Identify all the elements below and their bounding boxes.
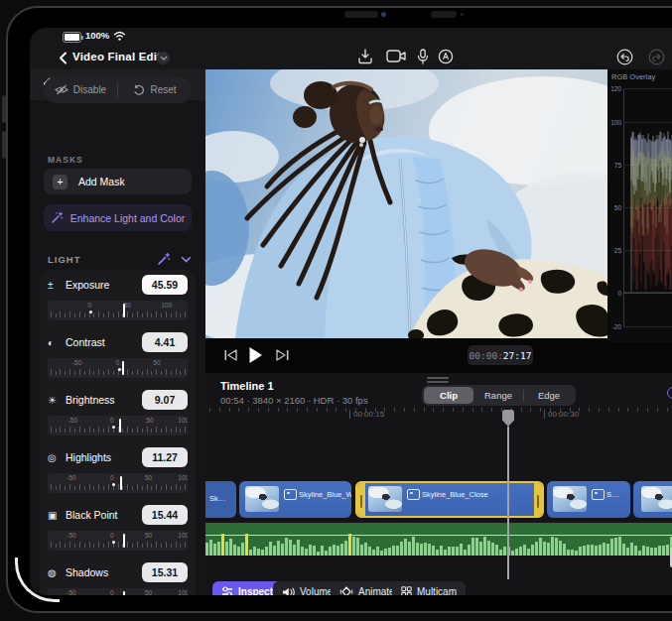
waveform-bar bbox=[583, 546, 586, 556]
ruler-tick-label: -50 bbox=[68, 417, 77, 424]
origin-dot bbox=[118, 368, 121, 371]
waveform-bar bbox=[591, 545, 594, 556]
clip-partial-right[interactable] bbox=[633, 481, 672, 518]
ruler-tick bbox=[618, 408, 619, 412]
previous-frame-icon[interactable] bbox=[224, 349, 237, 361]
tick bbox=[132, 486, 133, 490]
slider-thumb[interactable] bbox=[123, 304, 125, 317]
timeline-ruler[interactable]: 00:00:15 00:00:30 bbox=[205, 408, 672, 425]
mic-dot bbox=[461, 13, 464, 16]
trim-handle-left[interactable] bbox=[357, 483, 365, 516]
volume-up-button bbox=[2, 95, 6, 123]
tick bbox=[156, 427, 157, 433]
slider-thumb[interactable] bbox=[122, 361, 124, 375]
back-icon[interactable] bbox=[59, 52, 67, 64]
slider-ruler[interactable]: -50050100 bbox=[48, 588, 188, 595]
disable-button[interactable]: Disable bbox=[44, 76, 117, 103]
battery-percent: 100% bbox=[85, 30, 109, 41]
waveform-bar bbox=[626, 548, 629, 556]
ruler-tick-label: 100 bbox=[178, 532, 188, 539]
timeline-drag-handle[interactable] bbox=[427, 377, 449, 379]
clip-partial-left[interactable]: Sk… bbox=[205, 481, 236, 518]
enhance-button[interactable]: Enhance Light and Color bbox=[44, 204, 192, 231]
slider-thumb[interactable] bbox=[123, 591, 125, 595]
project-title[interactable]: Video Final Edit bbox=[72, 51, 161, 62]
microphone-icon[interactable] bbox=[417, 49, 429, 64]
import-media-icon[interactable] bbox=[357, 49, 373, 64]
slider-thumb[interactable] bbox=[123, 534, 125, 548]
waveform-bar bbox=[428, 544, 431, 556]
waveform-bar bbox=[269, 542, 272, 556]
slider-ruler[interactable]: -50050100 bbox=[48, 416, 188, 435]
slider-thumb[interactable] bbox=[119, 419, 121, 433]
ruler-tick bbox=[608, 408, 609, 412]
slider-value[interactable]: 4.41 bbox=[142, 332, 188, 352]
rgb-overlay-scope: RGB Overlay 1201007550250-20 bbox=[607, 69, 672, 342]
ruler-tick bbox=[229, 408, 230, 412]
waveform-bar bbox=[273, 546, 276, 556]
chevron-down-icon bbox=[160, 56, 168, 61]
mode-clip[interactable]: Clip bbox=[424, 387, 473, 404]
timeline-drag-handle-2[interactable] bbox=[427, 381, 449, 383]
next-frame-icon[interactable] bbox=[276, 349, 289, 361]
slider-ruler[interactable]: -50050100 bbox=[48, 531, 188, 551]
pencil-tools-icon[interactable] bbox=[438, 49, 454, 64]
tick bbox=[89, 542, 90, 548]
slider-ruler[interactable]: -50050 bbox=[48, 358, 188, 378]
audio-track[interactable] bbox=[205, 523, 672, 556]
waveform-bar bbox=[595, 546, 598, 556]
waveform-bar bbox=[352, 537, 355, 556]
clip-skyline-blue-close-selected[interactable]: Skyline_Blue_Close bbox=[355, 481, 544, 518]
multicam-button[interactable]: Multicam bbox=[392, 581, 466, 595]
tick bbox=[84, 486, 85, 490]
title-menu-chip[interactable] bbox=[157, 52, 170, 64]
clip-thumbnail bbox=[368, 486, 402, 512]
undo-icon[interactable] bbox=[616, 49, 633, 65]
reset-button[interactable]: Reset bbox=[118, 76, 192, 103]
collapse-chevron-icon[interactable] bbox=[181, 256, 192, 263]
mode-range[interactable]: Range bbox=[473, 387, 523, 404]
tick bbox=[93, 544, 94, 548]
video-viewer[interactable] bbox=[205, 69, 607, 338]
mode-edge[interactable]: Edge bbox=[524, 387, 574, 404]
slider-value[interactable]: 15.44 bbox=[142, 505, 188, 525]
ruler-tick-label: 0 bbox=[110, 417, 114, 424]
tick bbox=[176, 311, 177, 317]
waveform-bar bbox=[555, 538, 558, 556]
slider-value[interactable]: 45.59 bbox=[142, 275, 188, 295]
timecode-display[interactable]: 00:00:27:17 bbox=[468, 345, 533, 365]
origin-dot bbox=[112, 541, 115, 544]
ruler-tick bbox=[268, 408, 269, 412]
waveform-bar bbox=[340, 544, 343, 556]
slider-ruler[interactable]: 050100 bbox=[48, 301, 188, 320]
ruler-tick bbox=[433, 408, 434, 412]
slider-value[interactable]: 15.31 bbox=[142, 562, 188, 582]
inspect-button[interactable]: Inspect bbox=[212, 581, 282, 595]
trim-handle-right[interactable] bbox=[534, 483, 542, 516]
ruler-tick bbox=[550, 408, 551, 412]
slider-value[interactable]: 11.27 bbox=[142, 447, 188, 467]
waveform-bar bbox=[646, 547, 649, 556]
volume-line[interactable] bbox=[205, 535, 672, 536]
clip-skyline-blue-wide[interactable]: Skyline_Blue_Wide bbox=[239, 481, 351, 518]
waveform-bar bbox=[606, 544, 609, 556]
waveform-bar bbox=[654, 548, 657, 556]
tick bbox=[79, 369, 80, 375]
cutoff-control-icon[interactable] bbox=[667, 387, 672, 399]
redo-icon[interactable] bbox=[648, 49, 665, 65]
light-section-header[interactable]: LIGHT bbox=[48, 252, 192, 266]
slider-value[interactable]: 9.07 bbox=[142, 390, 188, 410]
ruler-tick bbox=[317, 408, 318, 412]
tick bbox=[51, 369, 52, 375]
tick bbox=[161, 429, 162, 433]
light-label: LIGHT bbox=[48, 254, 157, 265]
add-mask-button[interactable]: + Add Mask bbox=[44, 169, 192, 194]
play-icon[interactable] bbox=[248, 346, 263, 364]
inspect-label: Inspect bbox=[238, 586, 273, 595]
clip-s[interactable]: S… bbox=[547, 481, 630, 518]
slider-ruler[interactable]: -50050100 bbox=[48, 473, 188, 493]
record-video-icon[interactable] bbox=[386, 49, 407, 63]
slider-thumb[interactable] bbox=[120, 476, 122, 490]
waveform-bar bbox=[523, 545, 526, 556]
scope-gap bbox=[607, 342, 672, 373]
